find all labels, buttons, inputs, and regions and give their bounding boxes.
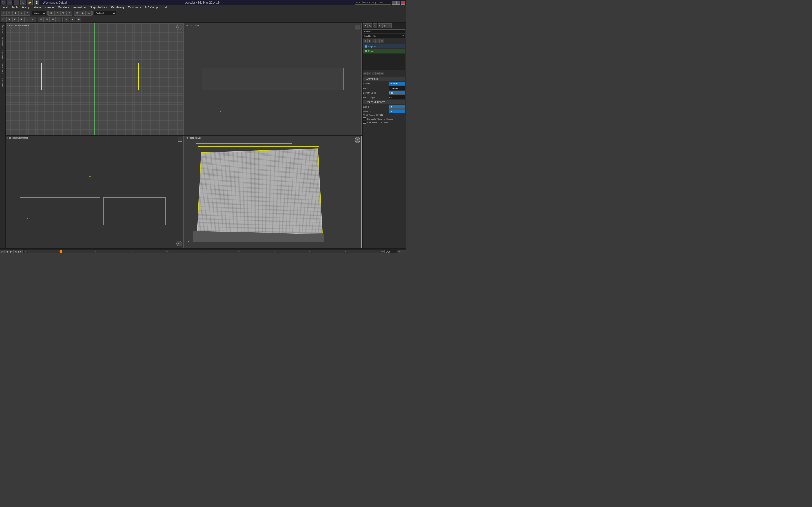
percent-snap[interactable]: % xyxy=(60,11,66,16)
sub-icon-5[interactable]: ⊞ xyxy=(380,71,384,75)
move-tool[interactable]: ✛ xyxy=(12,11,18,16)
sub-icon-4[interactable]: ◉ xyxy=(376,71,380,75)
tb2-btn2[interactable]: ◨ xyxy=(6,17,12,22)
tb2-schematic[interactable]: ◈ xyxy=(70,17,75,22)
auto-key-btn[interactable]: Auto xyxy=(402,249,406,254)
tb2-align[interactable]: ⊟ xyxy=(56,17,61,22)
mod-cfg[interactable]: ⚙ xyxy=(367,39,371,43)
tb2-btn6[interactable]: ⊖ xyxy=(30,17,36,22)
maximize-button[interactable]: □ xyxy=(396,1,400,4)
tb2-btn5[interactable]: ⊕ xyxy=(24,17,30,22)
length-segs-value[interactable]: 646 xyxy=(389,91,405,95)
vp-top-nav-icon[interactable]: ⊙ xyxy=(176,24,182,30)
select-tool[interactable]: ↖ xyxy=(1,11,6,16)
menu-maxscript[interactable]: MAXScript xyxy=(144,5,160,10)
search-input[interactable] xyxy=(355,1,391,4)
menu-create[interactable]: Create xyxy=(44,5,56,10)
open-btn[interactable]: 📂 xyxy=(27,0,33,5)
vp-front-nav-icon[interactable]: ⊙ xyxy=(176,241,182,246)
object-name-field[interactable] xyxy=(363,29,405,33)
modifier-plane[interactable]: ◉ Plane xyxy=(363,49,405,53)
menu-animation[interactable]: Animation xyxy=(71,5,87,10)
rp-tab-display[interactable]: ◉ xyxy=(382,23,387,28)
rotate-tool[interactable]: ↻ xyxy=(18,11,24,16)
material-editor[interactable]: ◈ xyxy=(86,11,92,16)
timeline-play-btn[interactable]: ▶ xyxy=(9,249,13,254)
viewport-top[interactable]: [+][Top][Orthographic] ⊙ xyxy=(6,23,184,135)
render-frame[interactable]: ▶ xyxy=(80,11,86,16)
redo-btn[interactable]: ↪ xyxy=(13,0,19,5)
close-button[interactable]: ✕ xyxy=(401,1,405,4)
mod-down[interactable]: ↓ xyxy=(376,39,380,43)
rp-tab-utilities[interactable]: ⚙ xyxy=(387,23,392,28)
tb2-material[interactable]: ◉ xyxy=(75,17,81,22)
scale-tool[interactable]: ⤢ xyxy=(24,11,30,16)
menu-group[interactable]: Group xyxy=(20,5,32,10)
menu-edit[interactable]: Edit xyxy=(1,5,9,10)
menu-help[interactable]: Help xyxy=(161,5,170,10)
scale-value[interactable]: 1.0 xyxy=(389,105,405,109)
tb2-track[interactable]: ≡ xyxy=(64,17,69,22)
tb2-btn3[interactable]: ◩ xyxy=(12,17,18,22)
menu-rendering[interactable]: Rendering xyxy=(109,5,126,10)
vp-persp-nav-icon[interactable]: ⊙ xyxy=(355,137,360,143)
vp-left-nav-icon[interactable]: ⊙ xyxy=(355,24,360,30)
vp-front-settings[interactable] xyxy=(177,137,182,142)
minimize-button[interactable]: − xyxy=(392,1,396,4)
sidebar-tab-object-paint[interactable]: Object Paint xyxy=(0,61,4,76)
checkbox-realworld[interactable]: Real-World Map Size xyxy=(363,121,405,124)
rp-tab-create[interactable]: ✦ xyxy=(363,23,368,28)
tb2-btn1[interactable]: ◧ xyxy=(1,17,6,22)
mod-pin[interactable]: 📌 xyxy=(363,39,367,43)
key-mode-btn[interactable]: K xyxy=(397,249,402,254)
rp-tab-hierarchy[interactable]: ⊞ xyxy=(373,23,377,28)
modifier-list-dropdown[interactable]: Modifier List ▼ xyxy=(363,34,405,38)
tb2-mirror[interactable]: ⊞ xyxy=(44,17,50,22)
timeline-end-btn[interactable]: ▶▶| xyxy=(18,249,22,254)
layer-dropdown[interactable]: Default xyxy=(94,11,116,15)
modifier-displace[interactable]: ◈ Displace xyxy=(363,44,405,48)
rp-tab-motion[interactable]: ▶ xyxy=(377,23,382,28)
sidebar-tab-modeling[interactable]: Modeling xyxy=(0,24,4,36)
sidebar-tab-selection[interactable]: Selection xyxy=(0,49,4,61)
timeline-prev-btn[interactable]: ◀ xyxy=(4,249,9,254)
menu-views[interactable]: Views xyxy=(32,5,43,10)
checkbox-realworld-box[interactable] xyxy=(363,121,366,124)
density-value[interactable]: 1.0 xyxy=(389,109,405,113)
tb2-snap[interactable]: ⊡ xyxy=(38,17,44,22)
width-value[interactable]: 27.336n xyxy=(389,86,405,90)
timeline-next-btn[interactable]: ▶| xyxy=(13,249,18,254)
sub-icon-2[interactable]: ◧ xyxy=(367,71,371,75)
viewport-left[interactable]: [+][Left][Shaded] + ⊙ xyxy=(184,23,362,135)
checkbox-mapping-box[interactable]: ✓ xyxy=(363,117,366,120)
tb2-array[interactable]: ⊠ xyxy=(50,17,56,22)
spinner-snap[interactable]: ⊙ xyxy=(66,11,72,16)
sidebar-tab-populate[interactable]: Populate xyxy=(0,77,4,89)
undo-btn[interactable]: ↩ xyxy=(7,0,12,5)
width-segs-value[interactable]: 666 xyxy=(389,95,405,99)
save-btn[interactable]: 💾 xyxy=(34,0,40,5)
timeline-start-btn[interactable]: |◀ xyxy=(0,249,4,254)
menu-modifiers[interactable]: Modifiers xyxy=(56,5,71,10)
menu-tools[interactable]: Tools xyxy=(10,5,20,10)
menu-customize[interactable]: Customize xyxy=(126,5,143,10)
checkbox-mapping[interactable]: ✓ Generate Mapping Coords. xyxy=(363,117,405,120)
sub-icon-1[interactable]: ⊟ xyxy=(363,71,367,75)
workspace-selector[interactable]: Workspace: Default xyxy=(43,1,67,4)
reference-dropdown[interactable]: ViewWorldLocal xyxy=(32,11,46,15)
render-setup[interactable]: 🎬 xyxy=(74,11,80,16)
viewport-front[interactable]: [+][Front][Wireframe] + + ⊙ xyxy=(6,136,184,248)
menu-graph-editors[interactable]: Graph Editors xyxy=(88,5,109,10)
rp-tab-modify[interactable]: 🔧 xyxy=(368,23,372,28)
new-btn[interactable]: ◻ xyxy=(20,0,26,5)
mod-delete[interactable]: ✕ xyxy=(380,39,384,43)
timeline-track[interactable]: 0102030405060708090100 xyxy=(24,250,385,253)
tb2-btn4[interactable]: ◪ xyxy=(18,17,24,22)
snap-toggle[interactable]: ⊞ xyxy=(49,11,54,16)
select-region[interactable]: ⬚ xyxy=(6,11,12,16)
sidebar-tab-freeform[interactable]: Freeform xyxy=(0,36,4,48)
sub-icon-3[interactable]: ◨ xyxy=(371,71,375,75)
angle-snap[interactable]: ∡ xyxy=(54,11,60,16)
length-value[interactable]: 15.768n xyxy=(389,82,405,86)
mod-up[interactable]: ↑ xyxy=(371,39,375,43)
